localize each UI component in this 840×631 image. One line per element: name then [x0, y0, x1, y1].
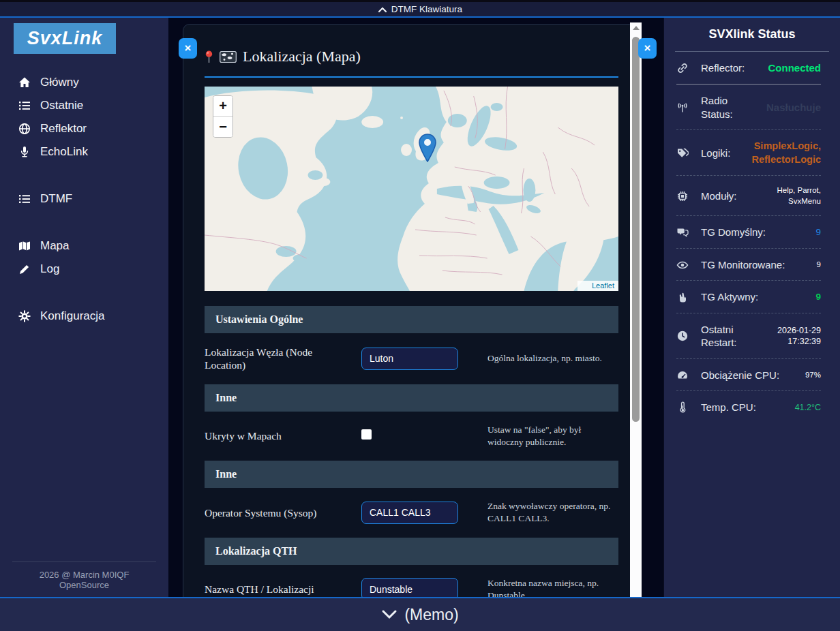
section-header: Lokalizacja QTH [205, 538, 618, 565]
modal-scrollbar[interactable] [630, 22, 642, 597]
chip-icon [676, 190, 689, 202]
title-underline [205, 76, 618, 78]
leaflet-link[interactable]: Leaflet [592, 281, 614, 290]
bottom-bar-label: (Memo) [404, 606, 458, 624]
sidebar-footer: 2026 @ Marcin M0IQF OpenSource [0, 561, 168, 590]
app-logo[interactable]: SvxLink [14, 23, 116, 54]
scrollbar-thumb[interactable] [632, 37, 640, 422]
status-value: Connected [768, 61, 821, 75]
field-label: Operator Systemu (Sysop) [205, 506, 346, 519]
sidebar-item-log[interactable]: Log [0, 258, 168, 281]
status-value: SimplexLogic, ReflectorLogic [740, 140, 821, 166]
scrollbar-up-arrow-icon[interactable] [633, 26, 640, 30]
map-marker-pin[interactable] [419, 134, 437, 165]
sidebar-item-label: Reflektor [40, 122, 87, 136]
pushpin-icon [205, 50, 213, 63]
gauge-icon [676, 369, 689, 382]
map-icon [18, 240, 31, 252]
sidebar-item-mapa[interactable]: Mapa [0, 234, 168, 258]
form-row-sysop: Operator Systemu (Sysop) Znak wywoławczy… [205, 492, 618, 533]
list-icon [18, 193, 31, 205]
tags-icon [676, 147, 689, 159]
chevron-up-icon [378, 5, 387, 14]
status-label: TG Aktywny: [701, 290, 807, 304]
memo-drawer-toggle[interactable]: (Memo) [0, 597, 840, 631]
status-panel-close-button[interactable]: × [638, 38, 657, 59]
list-icon [18, 99, 31, 112]
status-row-logics: Logiki: SimplexLogic, ReflectorLogic [664, 130, 840, 175]
footer-license: OpenSource [0, 581, 168, 590]
location-form: Ustawienia Ogólne Lokalizacja Węzła (Nod… [205, 306, 618, 597]
gear-icon [18, 310, 31, 322]
status-row-tg-default: TG Domyślny: 9 [664, 216, 840, 248]
modal-title: Lokalizacja (Mapa) [243, 48, 361, 65]
section-header: Inne [205, 384, 618, 412]
status-label: Reflector: [701, 61, 760, 75]
status-panel-title: SVXlink Status [664, 18, 840, 42]
app-window: DTMF Klawiatura SvxLink Główny Ostatnie … [0, 0, 840, 631]
eye-icon [676, 259, 689, 271]
zoom-out-button[interactable]: − [213, 117, 232, 137]
status-panel: SVXlink Status Reflector: Connected Radi… [663, 18, 840, 597]
sidebar-item-konfiguracja[interactable]: Konfiguracja [0, 305, 168, 328]
sidebar-item-glowny[interactable]: Główny [0, 71, 168, 94]
sidebar-item-label: Główny [40, 76, 79, 89]
sidebar-item-reflektor[interactable]: Reflektor [0, 117, 168, 140]
ukraine-flag-icon [581, 283, 589, 288]
link-icon [676, 62, 689, 74]
top-bar-label: DTMF Klawiatura [391, 4, 462, 14]
dtmf-keyboard-drawer-toggle[interactable]: DTMF Klawiatura [0, 0, 840, 18]
node-location-input[interactable] [361, 348, 458, 370]
field-hint: Ustaw na "false", aby był widoczny publi… [487, 424, 618, 448]
status-label: TG Domyślny: [701, 226, 807, 239]
field-label: Lokalizacja Węzła (Node Location) [205, 345, 346, 372]
leaflet-map[interactable]: + − Leaflet [205, 87, 618, 291]
comments-icon [676, 226, 689, 238]
status-label: Ostatni Restart: [701, 323, 737, 350]
zoom-in-button[interactable]: + [213, 96, 232, 117]
status-row-radio-status: Radio Status: Nasłuchuje [664, 84, 840, 129]
sidebar-item-label: DTMF [40, 192, 72, 206]
form-row-node-location: Lokalizacja Węzła (Node Location) Ogólna… [205, 337, 618, 380]
hidden-on-maps-checkbox[interactable] [361, 429, 372, 440]
status-value: Help, Parrot, SvxMenu [745, 185, 821, 206]
status-row-modules: Moduły: Help, Parrot, SvxMenu [664, 176, 840, 215]
sidebar-item-label: Konfiguracja [40, 309, 105, 323]
sidebar-item-ostatnie[interactable]: Ostatnie [0, 94, 168, 117]
pen-icon [18, 263, 31, 275]
antenna-icon [676, 102, 689, 114]
status-value: 9 [817, 260, 821, 271]
sidebar-item-label: Ostatnie [40, 99, 83, 112]
main-area: Lokalizacja (Mapa) [168, 18, 663, 597]
status-row-tg-active: TG Aktywny: 9 [664, 281, 840, 313]
form-row-qth-name: Nazwa QTH / Lokalizacji Konkretna nazwa … [205, 569, 618, 597]
status-value: 97% [805, 370, 821, 381]
sysop-input[interactable] [361, 502, 458, 524]
field-hint: Znak wywoławczy operatora, np. CALL1 CAL… [487, 500, 618, 525]
sidebar: SvxLink Główny Ostatnie Reflektor EchoLi… [0, 18, 168, 597]
status-label: Radio Status: [701, 94, 758, 121]
thermometer-icon [676, 401, 689, 414]
map-tiles [205, 87, 618, 291]
field-hint: Konkretna nazwa miejsca, np. Dunstable. [487, 577, 618, 597]
field-label: Nazwa QTH / Lokalizacji [205, 583, 346, 596]
section-header: Ustawienia Ogólne [205, 306, 618, 333]
map-attribution: Leaflet [578, 281, 618, 291]
home-icon [18, 76, 31, 89]
hand-icon [676, 291, 689, 303]
qth-name-input[interactable] [361, 578, 458, 597]
sidebar-item-label: Log [40, 262, 59, 276]
status-row-cpu-load: Obciążenie CPU: 97% [664, 359, 840, 391]
status-label: TG Monitorowane: [701, 258, 809, 272]
sidebar-item-dtmf[interactable]: DTMF [0, 187, 168, 211]
status-value: 9 [815, 291, 821, 303]
modal-close-button[interactable]: × [179, 38, 197, 59]
status-row-cpu-temp: Temp. CPU: 41.2°C [664, 391, 840, 423]
sidebar-item-echolink[interactable]: EchoLink [0, 140, 168, 164]
modal-title-row: Lokalizacja (Mapa) [205, 48, 618, 65]
location-map-modal: Lokalizacja (Mapa) [183, 24, 635, 597]
status-value: 2026-01-29 17:32:39 [745, 325, 821, 348]
status-value: 9 [815, 226, 821, 238]
status-row-last-restart: Ostatni Restart: 2026-01-29 17:32:39 [664, 313, 840, 358]
status-label: Obciążenie CPU: [701, 369, 797, 382]
